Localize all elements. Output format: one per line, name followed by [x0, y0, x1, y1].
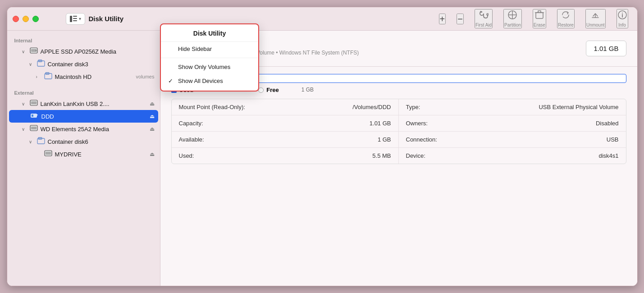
restore-label: Restore: [558, 23, 574, 27]
sidebar-item-ddd[interactable]: DDD ⏏: [9, 110, 158, 123]
main-content: Internal ∨ APPLE SSD AP0256Z Media ∨: [7, 31, 637, 286]
partition-icon: [507, 10, 517, 21]
info-icon: [617, 10, 627, 21]
svg-point-4: [487, 14, 489, 15]
dropdown-item-label: Hide Sidebar: [178, 46, 212, 52]
minimize-button[interactable]: [23, 16, 29, 22]
svg-rect-8: [536, 13, 543, 18]
view-toggle-button[interactable]: ▾: [66, 13, 85, 25]
chevron-down-icon: ▾: [79, 16, 81, 21]
table-row: Used: 5.5 MB Device: disk4s1: [172, 148, 626, 164]
svg-rect-3: [73, 20, 77, 21]
eject-icon[interactable]: ⏏: [150, 151, 155, 157]
sidebar-item-label: APPLE SSD AP0256Z Media: [41, 48, 155, 55]
close-button[interactable]: [13, 16, 19, 22]
table-row: Available: 1 GB Connection: USB: [172, 132, 626, 148]
firstaid-button[interactable]: First Aid: [475, 9, 493, 28]
dropdown-item-show-all-devices[interactable]: ✓ Show All Devices: [161, 74, 258, 88]
expand-arrow-icon: ∨: [22, 101, 27, 106]
table-row: Capacity: 1.01 GB Owners: Disabled: [172, 115, 626, 132]
maximize-button[interactable]: [32, 16, 39, 22]
sidebar-item-label: Macintosh HD: [55, 73, 132, 80]
info-label: Info: [618, 23, 626, 27]
svg-rect-2: [73, 18, 77, 19]
container-icon: [37, 137, 45, 146]
dropdown-item-label: Show Only Volumes: [178, 64, 230, 70]
drive-icon: [30, 124, 38, 133]
svg-rect-1: [73, 16, 77, 17]
container-icon: [37, 60, 45, 69]
table-cell-owners: Owners: Disabled: [399, 115, 626, 131]
table-cell-capacity: Capacity: 1.01 GB: [172, 115, 399, 131]
sidebar-item-container-disk6[interactable]: ∨ Container disk6: [9, 135, 158, 148]
table-cell-mount-key: Mount Point (Read-Only): /Volumes/DDD: [172, 99, 399, 115]
table-row: Mount Point (Read-Only): /Volumes/DDD Ty…: [172, 99, 626, 115]
sidebar-item-lankxin[interactable]: ∨ LanKxin LanKxin USB 2.... ⏏: [9, 97, 158, 110]
main-window: ▾ Disk Utility + − First A: [7, 7, 638, 286]
eject-icon[interactable]: ⏏: [150, 113, 155, 119]
svg-rect-31: [31, 127, 37, 129]
stethoscope-icon: [479, 10, 489, 21]
dropdown-title: Disk Utility: [161, 27, 258, 42]
sidebar-item-sublabel: volumes: [136, 74, 155, 79]
firstaid-label: First Aid: [475, 23, 492, 27]
view-dropdown-popup: Disk Utility Hide Sidebar Show Only Volu…: [160, 23, 259, 92]
add-volume-button[interactable]: +: [439, 14, 446, 24]
remove-volume-button[interactable]: −: [457, 14, 464, 24]
svg-point-20: [35, 50, 37, 51]
svg-rect-0: [70, 16, 72, 22]
sidebar-item-mydrive[interactable]: MYDRIVE ⏏: [9, 148, 158, 160]
dropdown-item-label: Show All Devices: [178, 78, 223, 84]
dropdown-divider: [161, 58, 258, 58]
svg-rect-26: [31, 101, 37, 104]
unmount-label: Unmount: [586, 23, 605, 27]
drive-icon: [30, 47, 38, 56]
free-label: Free: [266, 87, 279, 93]
unmount-icon: [590, 10, 600, 21]
restore-button[interactable]: Restore: [557, 9, 575, 28]
sidebar-item-label: Container disk6: [48, 138, 155, 145]
sidebar-item-label: DDD: [41, 113, 147, 120]
svg-rect-29: [32, 114, 33, 117]
expand-arrow-icon: ›: [36, 74, 41, 79]
detail-size-badge: 1.01 GB: [586, 41, 626, 56]
external-section-label: External: [7, 87, 160, 97]
table-cell-connection: Connection: USB: [399, 132, 626, 147]
drive-icon: [30, 99, 38, 108]
restore-icon: [561, 10, 571, 21]
table-cell-used: Used: 5.5 MB: [172, 148, 399, 164]
sidebar-item-wd-elements[interactable]: ∨ WD Elements 25A2 Media ⏏: [9, 123, 158, 135]
sidebar-item-label: WD Elements 25A2 Media: [41, 126, 147, 133]
dropdown-item-show-only-volumes[interactable]: Show Only Volumes: [161, 60, 258, 74]
svg-rect-35: [46, 152, 51, 155]
eject-icon[interactable]: ⏏: [150, 126, 155, 132]
erase-button[interactable]: Erase: [533, 9, 546, 28]
sidebar-item-apple-ssd[interactable]: ∨ APPLE SSD AP0256Z Media: [9, 45, 158, 58]
table-cell-available: Available: 1 GB: [172, 132, 399, 147]
info-table: Mount Point (Read-Only): /Volumes/DDD Ty…: [171, 99, 626, 164]
container-icon: [44, 72, 52, 81]
svg-point-17: [622, 13, 623, 14]
sidebar-item-label: LanKxin LanKxin USB 2....: [41, 101, 147, 107]
info-button[interactable]: Info: [617, 9, 628, 28]
dropdown-item-hide-sidebar[interactable]: Hide Sidebar: [161, 42, 258, 56]
unmount-button[interactable]: Unmount: [585, 9, 606, 28]
detail-body: Used 5.5 MB Free 1 GB: [160, 67, 637, 286]
plus-icon: +: [440, 14, 445, 23]
usb-drive-icon: [30, 112, 39, 121]
table-cell-device: Device: disk4s1: [399, 148, 626, 164]
minus-icon: −: [457, 14, 463, 23]
expand-arrow-icon: ∨: [29, 139, 34, 144]
free-dot: [258, 87, 264, 93]
internal-section-label: Internal: [7, 34, 160, 45]
titlebar-left-controls: ▾ Disk Utility: [66, 13, 124, 25]
table-cell-type: Type: USB External Physical Volume: [399, 99, 626, 115]
eject-icon[interactable]: ⏏: [150, 101, 155, 107]
partition-button[interactable]: Partition: [503, 9, 522, 28]
window-title: Disk Utility: [89, 15, 124, 23]
sidebar-item-macintosh-hd[interactable]: › Macintosh HD volumes: [9, 70, 158, 83]
sidebar-item-container-disk3[interactable]: ∨ Container disk3: [9, 58, 158, 70]
free-legend: Free: [258, 87, 279, 93]
expand-arrow-icon: ∨: [22, 49, 27, 54]
titlebar: ▾ Disk Utility + − First A: [7, 7, 637, 31]
